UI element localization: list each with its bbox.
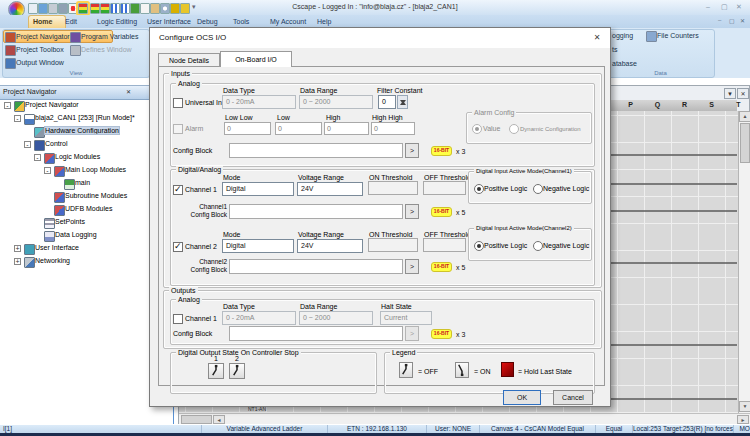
- tree-item-logic-modules[interactable]: - Logic Modules: [0, 152, 174, 164]
- high-input[interactable]: 0: [324, 122, 369, 135]
- tab-debug[interactable]: Debug: [197, 18, 218, 25]
- dynamic-configuration-radio[interactable]: [509, 124, 519, 134]
- channel2-config-block-field[interactable]: [229, 259, 403, 274]
- tree-item-subroutine-modules[interactable]: Subroutine Modules: [0, 191, 174, 203]
- mode-select-ch2[interactable]: Digital: [222, 239, 294, 253]
- mode-select-ch1[interactable]: Digital: [222, 182, 294, 196]
- scroll-down-icon[interactable]: ▼: [739, 401, 750, 412]
- vertical-scrollbar[interactable]: ▲ ▼: [738, 111, 750, 413]
- output-config-block-field[interactable]: [229, 326, 403, 341]
- ladder-close-icon[interactable]: ✕: [737, 88, 749, 99]
- expander-icon[interactable]: +: [14, 258, 21, 265]
- on-threshold-input-ch1[interactable]: [368, 181, 418, 195]
- ribbon-button-program-variables[interactable]: Program Variables: [81, 31, 138, 43]
- scroll-right-icon[interactable]: ►: [737, 415, 749, 424]
- tree-item-label[interactable]: Main Loop Modules: [65, 166, 126, 173]
- vertical-scroll-thumb[interactable]: [740, 123, 750, 163]
- low-input[interactable]: 0: [275, 122, 322, 135]
- data-range-select[interactable]: 0 ~ 2000: [299, 95, 373, 109]
- off-threshold-input-ch1[interactable]: [423, 181, 466, 195]
- tree-item-networking[interactable]: + Networking: [0, 256, 174, 268]
- expander-icon[interactable]: -: [34, 154, 41, 161]
- ribbon-fragment-database[interactable]: atabase: [612, 60, 637, 67]
- positive-logic-radio-ch2[interactable]: [474, 241, 484, 251]
- out-data-type-select[interactable]: 0 - 20mA: [222, 311, 296, 325]
- scroll-left-icon[interactable]: ◄: [213, 415, 225, 424]
- tree-item-project-navigator[interactable]: - Project Navigator: [0, 100, 174, 112]
- tree-item-data-logging[interactable]: Data Logging: [0, 230, 174, 242]
- tab-logic-editing[interactable]: Logic Editing: [97, 18, 137, 25]
- alarm-checkbox[interactable]: [173, 124, 183, 134]
- scroll-up-icon[interactable]: ▲: [739, 111, 750, 122]
- channel2-checkbox[interactable]: [173, 242, 183, 252]
- ribbon-button-project-navigator[interactable]: Project Navigator: [16, 31, 70, 43]
- universal-in-checkbox[interactable]: [173, 98, 183, 108]
- restore-button[interactable]: ▢: [721, 3, 728, 11]
- high-high-input[interactable]: 0: [371, 122, 415, 135]
- tree-item-label[interactable]: Project Navigator: [25, 101, 79, 108]
- output1-state-toggle[interactable]: [208, 363, 224, 379]
- horizontal-scroll-thumb[interactable]: [181, 415, 212, 424]
- data-type-select[interactable]: 0 - 20mA: [222, 95, 296, 109]
- tree-item-label[interactable]: main: [75, 179, 90, 186]
- ribbon-fragment-logging[interactable]: ogging: [612, 32, 633, 39]
- voltage-range-select-ch2[interactable]: 24V: [297, 239, 363, 253]
- output2-state-toggle[interactable]: [229, 363, 245, 379]
- ok-button[interactable]: OK: [503, 390, 541, 405]
- mdi-close-icon[interactable]: ✕: [740, 17, 745, 24]
- out-data-range-select[interactable]: 0 ~ 2000: [299, 311, 373, 325]
- tab-my-account[interactable]: My Account: [270, 18, 306, 25]
- expander-icon[interactable]: -: [4, 102, 11, 109]
- tab-edit[interactable]: Edit: [65, 18, 77, 25]
- mdi-restore-icon[interactable]: ▢: [729, 17, 735, 24]
- tab-home[interactable]: Home: [33, 18, 52, 25]
- off-threshold-input-ch2[interactable]: [423, 238, 466, 252]
- spinner-arrows-icon[interactable]: [397, 95, 408, 109]
- analog-input-config-block-field[interactable]: [229, 143, 403, 158]
- tree-item-label[interactable]: Control: [45, 140, 68, 147]
- mdi-minimize-icon[interactable]: –: [718, 17, 721, 23]
- minimize-button[interactable]: –: [706, 3, 710, 11]
- value-radio[interactable]: [472, 124, 482, 134]
- tree-item-label[interactable]: blaja2_CAN1 [253] [Run Mode]*: [35, 114, 135, 121]
- config-block-expand-button[interactable]: >: [405, 143, 419, 158]
- tree-item-udfb-modules[interactable]: UDFB Modules: [0, 204, 174, 216]
- expander-icon[interactable]: -: [14, 115, 21, 122]
- ribbon-button-output-window[interactable]: Output Window: [16, 57, 64, 69]
- expander-icon[interactable]: -: [24, 141, 31, 148]
- tab-node-details[interactable]: Node Details: [158, 53, 220, 67]
- channel1-config-block-field[interactable]: [229, 204, 403, 219]
- tab-on-board-io[interactable]: On-Board I/O: [220, 51, 292, 67]
- tab-user-interface[interactable]: User Interface: [147, 18, 191, 25]
- tree-item-label[interactable]: Networking: [35, 257, 70, 264]
- halt-state-select[interactable]: Current: [380, 311, 432, 325]
- cancel-button[interactable]: Cancel: [553, 390, 593, 405]
- tree-item-user-interface[interactable]: + User Interface: [0, 243, 174, 255]
- ribbon-button-defines-window[interactable]: Defines Window: [81, 44, 132, 56]
- tree-item-device[interactable]: - blaja2_CAN1 [253] [Run Mode]*: [0, 113, 174, 125]
- channel1-checkbox[interactable]: [173, 185, 183, 195]
- tree-item-label[interactable]: Logic Modules: [55, 153, 100, 160]
- filter-constant-input[interactable]: 0: [378, 95, 396, 109]
- close-button[interactable]: ✕: [736, 3, 742, 11]
- tree-item-label[interactable]: Hardware Configuration: [45, 127, 119, 134]
- tree-item-label[interactable]: UDFB Modules: [65, 205, 112, 212]
- channel2-config-expand-button[interactable]: >: [405, 259, 419, 274]
- tree-item-label[interactable]: SetPoints: [55, 218, 85, 225]
- dialog-close-icon[interactable]: ✕: [590, 32, 604, 44]
- ribbon-button-project-toolbox[interactable]: Project Toolbox: [16, 44, 64, 56]
- tree-item-setpoints[interactable]: SetPoints: [0, 217, 174, 229]
- ribbon-fragment-ts[interactable]: ts: [612, 46, 617, 53]
- dialog-title-bar[interactable]: Configure OCS I/O: [150, 28, 610, 48]
- tree-item-control[interactable]: - Control: [0, 139, 174, 151]
- ribbon-button-file-counters[interactable]: File Counters: [657, 32, 699, 39]
- tree-item-label[interactable]: Data Logging: [55, 231, 97, 238]
- tree-item-label[interactable]: User Interface: [35, 244, 79, 251]
- tree-item-main-loop-modules[interactable]: - Main Loop Modules: [0, 165, 174, 177]
- output-config-expand-button[interactable]: >: [405, 326, 419, 341]
- negative-logic-radio-ch1[interactable]: [533, 184, 543, 194]
- tab-tools[interactable]: Tools: [233, 18, 249, 25]
- ladder-dropdown-icon[interactable]: ▼: [724, 88, 736, 99]
- positive-logic-radio-ch1[interactable]: [474, 184, 484, 194]
- tab-help[interactable]: Help: [317, 18, 331, 25]
